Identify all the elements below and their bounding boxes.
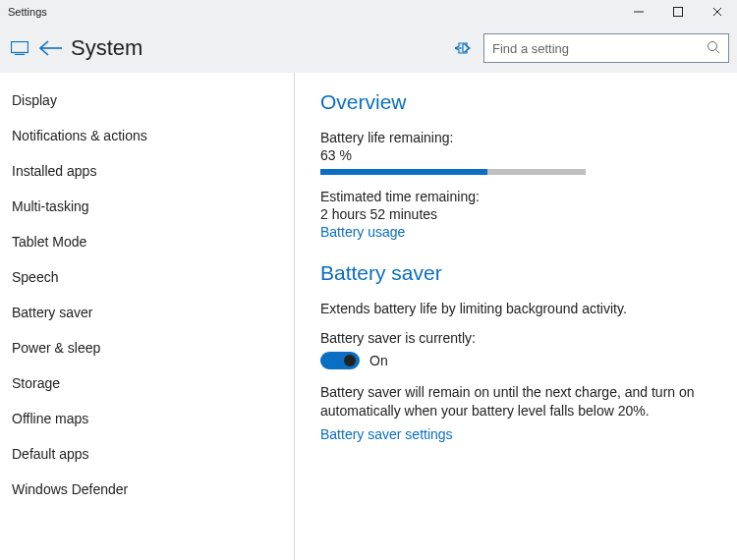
content: Display Notifications & actions Installe… — [0, 73, 737, 560]
svg-marker-9 — [463, 44, 469, 52]
sidebar-item-label: Installed apps — [12, 163, 96, 179]
battery-saver-toggle-state: On — [369, 353, 388, 368]
pin-icon[interactable] — [448, 41, 478, 55]
minimize-button[interactable] — [619, 0, 658, 24]
sidebar-item-label: Multi-tasking — [12, 198, 89, 214]
sidebar-item-power-sleep[interactable]: Power & sleep — [0, 330, 294, 365]
svg-line-11 — [716, 49, 720, 53]
sidebar-item-installed-apps[interactable]: Installed apps — [0, 153, 294, 189]
svg-point-10 — [709, 41, 717, 50]
overview-heading: Overview — [320, 90, 711, 114]
sidebar-item-label: Default apps — [12, 446, 89, 462]
sidebar-item-multitasking[interactable]: Multi-tasking — [0, 189, 294, 224]
main-pane: Overview Battery life remaining: 63 % Es… — [295, 73, 737, 560]
back-button[interactable] — [31, 39, 71, 57]
battery-progress-fill — [320, 169, 487, 175]
sidebar-item-label: Display — [12, 92, 57, 108]
search-input[interactable] — [492, 41, 707, 56]
battery-progress — [320, 169, 586, 175]
search-icon — [707, 40, 720, 57]
sidebar-item-tablet-mode[interactable]: Tablet Mode — [0, 224, 294, 259]
battery-saver-status-label: Battery saver is currently: — [320, 330, 711, 346]
sidebar-item-speech[interactable]: Speech — [0, 259, 294, 295]
sidebar-item-label: Windows Defender — [12, 481, 128, 497]
battery-usage-link[interactable]: Battery usage — [320, 224, 711, 240]
sidebar-item-label: Tablet Mode — [12, 234, 86, 250]
maximize-button[interactable] — [658, 0, 698, 24]
sidebar-item-display[interactable]: Display — [0, 83, 294, 118]
battery-saver-settings-link[interactable]: Battery saver settings — [320, 426, 711, 442]
header: System — [0, 24, 737, 73]
sidebar-item-notifications[interactable]: Notifications & actions — [0, 118, 294, 153]
page-title: System — [71, 35, 448, 61]
est-time-label: Estimated time remaining: — [320, 189, 711, 204]
battery-saver-toggle[interactable] — [320, 352, 360, 369]
sidebar-item-storage[interactable]: Storage — [0, 365, 294, 401]
est-time-value: 2 hours 52 minutes — [320, 206, 711, 222]
sidebar-item-battery-saver[interactable]: Battery saver — [0, 295, 294, 330]
sidebar-item-default-apps[interactable]: Default apps — [0, 436, 294, 472]
battery-remaining-label: Battery life remaining: — [320, 130, 711, 145]
svg-rect-1 — [674, 8, 683, 17]
sidebar-item-offline-maps[interactable]: Offline maps — [0, 401, 294, 436]
close-button[interactable] — [698, 0, 737, 24]
battery-remaining-value: 63 % — [320, 147, 711, 163]
sidebar-item-label: Offline maps — [12, 411, 88, 426]
sidebar-item-label: Power & sleep — [12, 340, 100, 356]
svg-rect-4 — [12, 42, 28, 53]
sidebar-item-label: Notifications & actions — [12, 128, 147, 143]
sidebar-item-windows-defender[interactable]: Windows Defender — [0, 472, 294, 507]
system-category-icon — [8, 41, 31, 55]
titlebar: Settings — [0, 0, 737, 24]
search-box[interactable] — [483, 33, 729, 63]
window-title: Settings — [8, 6, 619, 18]
sidebar: Display Notifications & actions Installe… — [0, 73, 295, 560]
sidebar-item-label: Storage — [12, 375, 60, 391]
battery-saver-desc: Extends battery life by limiting backgro… — [320, 301, 711, 316]
sidebar-item-label: Battery saver — [12, 305, 92, 320]
battery-saver-note: Battery saver will remain on until the n… — [320, 383, 711, 420]
battery-saver-heading: Battery saver — [320, 261, 711, 285]
sidebar-item-label: Speech — [12, 269, 58, 285]
toggle-knob — [344, 355, 356, 366]
